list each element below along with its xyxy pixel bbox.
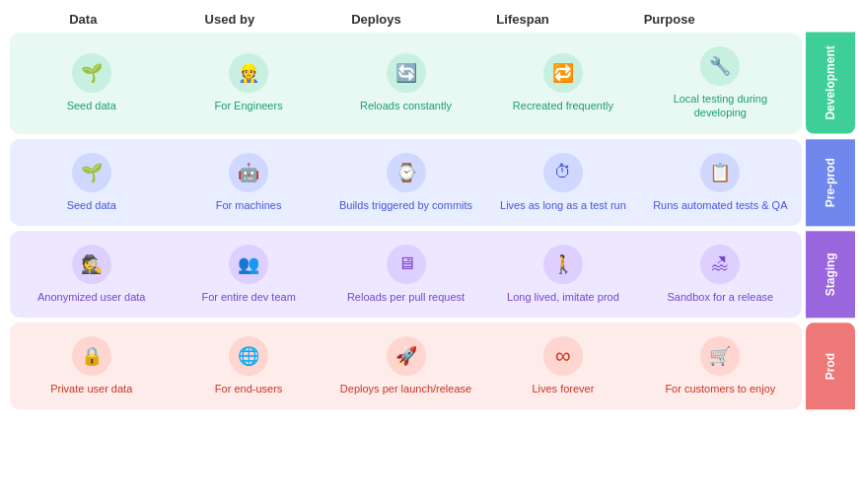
header-data: Data: [10, 10, 157, 29]
staging-icon-2: 🖥: [387, 245, 426, 284]
test-label-0: Seed data: [67, 198, 116, 212]
row-staging: 🕵️ Anonymized user data 👥 For entire dev…: [10, 231, 859, 318]
prod-icon-0: 🔒: [72, 336, 111, 376]
staging-cells: 🕵️ Anonymized user data 👥 For entire dev…: [10, 231, 802, 318]
test-icon-2: ⌚: [387, 153, 426, 192]
test-icon-4: 📋: [700, 153, 740, 192]
staging-cell-4: 🏖 Sandbox for a release: [643, 239, 798, 310]
staging-cell-3: 🚶 Long lived, imitate prod: [485, 239, 640, 310]
staging-cell-1: 👥 For entire dev team: [171, 239, 325, 310]
dev-cell-4: 🔧 Local testing during developing: [643, 40, 798, 126]
dev-icon-2: 🔄: [387, 53, 426, 93]
header-usedby: Used by: [157, 10, 304, 29]
dev-cell-0: 🌱 Seed data: [14, 40, 169, 126]
row-development: 🌱 Seed data 👷 For Engineers 🔄 Reloads co…: [10, 33, 859, 134]
prod-label-1: For end-users: [215, 382, 282, 396]
test-icon-0: 🌱: [72, 153, 111, 192]
dev-env-tag: Development: [806, 33, 855, 134]
test-cell-2: ⌚ Builds triggered by commits: [328, 147, 483, 218]
test-cells: 🌱 Seed data 🤖 For machines ⌚ Builds trig…: [10, 139, 802, 226]
prod-cell-2: 🚀 Deploys per launch/release: [328, 330, 483, 401]
test-icon-3: ⏱: [543, 153, 583, 192]
dev-tag-wrap: Development: [802, 33, 859, 134]
header-deploys: Deploys: [303, 10, 450, 29]
test-label-1: For machines: [216, 198, 282, 212]
staging-label-3: Long lived, imitate prod: [507, 290, 619, 304]
prod-icon-2: 🚀: [387, 336, 426, 376]
prod-cell-0: 🔒 Private user data: [14, 330, 169, 401]
prod-icon-4: 🛒: [700, 336, 740, 376]
test-icon-1: 🤖: [229, 153, 268, 192]
staging-label-0: Anonymized user data: [37, 290, 145, 304]
test-label-3: Lives as long as a test run: [500, 198, 626, 212]
prod-icon-3: ∞: [543, 336, 583, 376]
staging-label-4: Sandbox for a release: [668, 290, 774, 304]
dev-label-2: Reloads constantly: [360, 99, 452, 112]
dev-icon-0: 🌱: [72, 53, 111, 93]
staging-cell-0: 🕵️ Anonymized user data: [14, 239, 169, 310]
staging-icon-0: 🕵️: [72, 245, 111, 284]
test-cell-0: 🌱 Seed data: [14, 147, 169, 218]
test-cell-1: 🤖 For machines: [171, 147, 325, 218]
header-lifespan: Lifespan: [450, 10, 597, 29]
prod-cell-4: 🛒 For customers to enjoy: [643, 330, 798, 401]
staging-cell-2: 🖥 Reloads per pull request: [328, 239, 483, 310]
row-prod: 🔒 Private user data 🌐 For end-users 🚀 De…: [10, 323, 859, 409]
dev-label-3: Recreated frequently: [513, 99, 613, 112]
prod-cell-3: ∞ Lives forever: [485, 330, 640, 401]
staging-label-1: For entire dev team: [201, 290, 295, 304]
staging-label-2: Reloads per pull request: [347, 290, 465, 304]
test-label-4: Runs automated tests & QA: [653, 198, 787, 212]
prod-label-2: Deploys per launch/release: [340, 382, 471, 396]
dev-cells: 🌱 Seed data 👷 For Engineers 🔄 Reloads co…: [10, 33, 802, 134]
staging-icon-3: 🚶: [543, 245, 583, 284]
dev-cell-3: 🔁 Recreated frequently: [485, 40, 640, 126]
rows-area: 🌱 Seed data 👷 For Engineers 🔄 Reloads co…: [10, 33, 859, 409]
header-purpose: Purpose: [596, 10, 743, 29]
test-tag-wrap: Pre-prod: [802, 139, 859, 226]
dev-cell-2: 🔄 Reloads constantly: [328, 40, 483, 126]
staging-icon-4: 🏖: [700, 245, 740, 284]
prod-env-tag: Prod: [806, 323, 855, 409]
prod-tag-wrap: Prod: [802, 323, 859, 409]
staging-env-tag: Staging: [806, 231, 855, 318]
staging-icon-1: 👥: [229, 245, 268, 284]
prod-cell-1: 🌐 For end-users: [171, 330, 325, 401]
header-row: Data Used by Deploys Lifespan Purpose: [10, 10, 859, 29]
test-label-2: Builds triggered by commits: [339, 198, 472, 212]
prod-label-4: For customers to enjoy: [665, 382, 775, 396]
prod-icon-1: 🌐: [229, 336, 268, 376]
dev-label-0: Seed data: [67, 99, 116, 112]
dev-icon-3: 🔁: [543, 53, 583, 93]
staging-tag-wrap: Staging: [802, 231, 859, 318]
dev-cell-1: 👷 For Engineers: [171, 40, 325, 126]
row-test: 🌱 Seed data 🤖 For machines ⌚ Builds trig…: [10, 139, 859, 226]
dev-icon-4: 🔧: [700, 46, 740, 86]
prod-label-3: Lives forever: [532, 382, 594, 396]
test-cell-3: ⏱ Lives as long as a test run: [485, 147, 640, 218]
dev-label-4: Local testing during developing: [647, 92, 794, 120]
prod-label-0: Private user data: [50, 382, 132, 396]
test-cell-4: 📋 Runs automated tests & QA: [643, 147, 798, 218]
test-env-tag: Pre-prod: [806, 139, 855, 226]
main-container: Data Used by Deploys Lifespan Purpose 🌱 …: [0, 0, 859, 504]
dev-icon-1: 👷: [229, 53, 268, 93]
dev-label-1: For Engineers: [215, 99, 283, 112]
prod-cells: 🔒 Private user data 🌐 For end-users 🚀 De…: [10, 323, 802, 409]
